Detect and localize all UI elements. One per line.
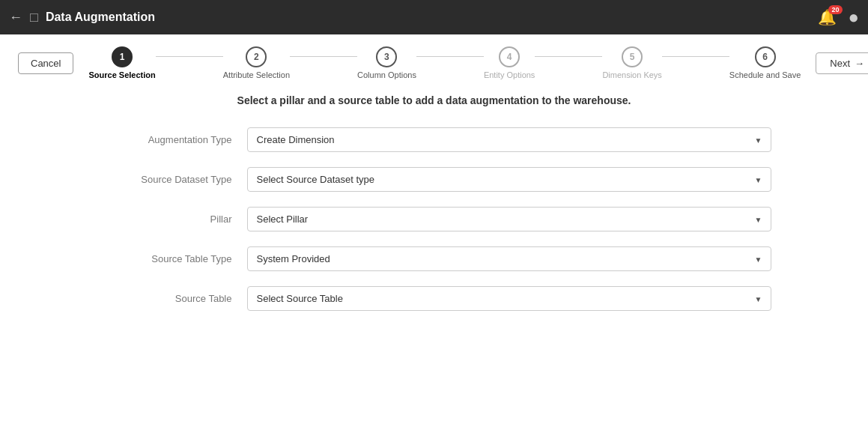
stepper: 1 Source Selection 2 Attribute Selection…: [88, 46, 801, 79]
step-2: 2 Attribute Selection: [223, 46, 290, 79]
source-table-type-label: Source Table Type: [97, 253, 247, 264]
step-line-5-6: [662, 56, 729, 57]
step-1: 1 Source Selection: [88, 46, 155, 79]
step-line-2-3: [290, 56, 357, 57]
step-6: 6 Schedule and Save: [729, 46, 801, 79]
step-2-circle: 2: [246, 46, 267, 67]
user-avatar-icon[interactable]: ●: [849, 7, 860, 28]
source-dataset-type-select-wrapper[interactable]: Select Source Dataset type: [247, 167, 771, 192]
back-button[interactable]: ←: [9, 10, 22, 25]
step-line-3-4: [416, 56, 484, 57]
step-4-circle: 4: [499, 46, 520, 67]
step-5: 5 Dimension Keys: [602, 46, 661, 79]
step-3-label: Column Options: [357, 70, 416, 79]
header-left: ← □ Data Augmentation: [9, 10, 155, 25]
source-table-type-row: Source Table Type System Provided User P…: [97, 246, 771, 271]
source-table-label: Source Table: [97, 293, 247, 304]
header: ← □ Data Augmentation 🔔 20 ●: [0, 0, 868, 34]
cancel-button[interactable]: Cancel: [18, 52, 73, 74]
source-table-row: Source Table Select Source Table: [97, 286, 771, 311]
step-4-label: Entity Options: [484, 70, 535, 79]
notification-badge: 20: [828, 5, 842, 14]
app-icon: □: [30, 10, 38, 25]
step-5-label: Dimension Keys: [602, 70, 661, 79]
next-label: Next: [830, 58, 850, 69]
augmentation-type-select-wrapper[interactable]: Create Dimension Extend Dimension Create…: [247, 127, 771, 152]
step-6-circle: 6: [755, 46, 776, 67]
step-line-4-5: [535, 56, 602, 57]
step-6-label: Schedule and Save: [729, 70, 801, 79]
page-description: Select a pillar and a source table to ad…: [18, 94, 850, 106]
source-table-select-wrapper[interactable]: Select Source Table: [247, 286, 771, 311]
toolbar: Cancel 1 Source Selection 2 Attribute Se…: [18, 46, 850, 79]
step-5-circle: 5: [622, 46, 643, 67]
main-content: Cancel 1 Source Selection 2 Attribute Se…: [0, 34, 868, 430]
source-dataset-type-label: Source Dataset Type: [97, 174, 247, 185]
step-1-label: Source Selection: [88, 70, 155, 79]
source-dataset-type-select[interactable]: Select Source Dataset type: [247, 167, 771, 192]
augmentation-type-select[interactable]: Create Dimension Extend Dimension Create…: [247, 127, 771, 152]
step-3: 3 Column Options: [357, 46, 416, 79]
source-table-type-select-wrapper[interactable]: System Provided User Provided: [247, 246, 771, 271]
step-line-1-2: [156, 56, 223, 57]
pillar-select-wrapper[interactable]: Select Pillar: [247, 207, 771, 231]
form-section: Augmentation Type Create Dimension Exten…: [97, 127, 771, 311]
next-arrow-icon: →: [855, 58, 864, 69]
source-table-select[interactable]: Select Source Table: [247, 286, 771, 311]
notification-wrapper[interactable]: 🔔 20: [818, 8, 837, 26]
augmentation-type-label: Augmentation Type: [97, 134, 247, 145]
source-dataset-type-row: Source Dataset Type Select Source Datase…: [97, 167, 771, 192]
pillar-label: Pillar: [97, 214, 247, 225]
step-1-circle: 1: [112, 46, 133, 67]
pillar-select[interactable]: Select Pillar: [247, 207, 771, 231]
app-title: Data Augmentation: [46, 10, 155, 24]
step-4: 4 Entity Options: [484, 46, 535, 79]
augmentation-type-row: Augmentation Type Create Dimension Exten…: [97, 127, 771, 152]
step-2-label: Attribute Selection: [223, 70, 290, 79]
header-right: 🔔 20 ●: [818, 7, 860, 28]
step-3-circle: 3: [376, 46, 397, 67]
source-table-type-select[interactable]: System Provided User Provided: [247, 246, 771, 271]
next-button[interactable]: Next →: [816, 52, 868, 74]
pillar-row: Pillar Select Pillar: [97, 207, 771, 231]
